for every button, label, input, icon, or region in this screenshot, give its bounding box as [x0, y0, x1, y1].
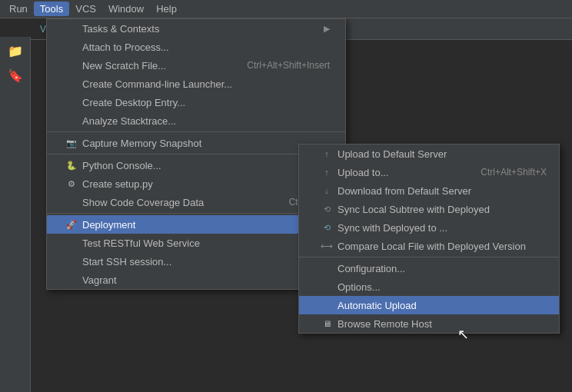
deployment-submenu: ↑ Upload to Default Server ↑ Upload to..… — [298, 144, 560, 334]
menu-item-attach[interactable]: Attach to Process... — [47, 38, 345, 56]
deploy-item-options[interactable]: Options... — [299, 277, 559, 296]
deploy-separator-1 — [299, 257, 559, 257]
deploy-item-download[interactable]: ↓ Download from Default Server — [299, 181, 559, 200]
scratch-icon — [65, 59, 78, 71]
python-icon: 🐍 — [65, 159, 78, 171]
options-icon — [321, 281, 333, 293]
deploy-item-upload-default[interactable]: ↑ Upload to Default Server — [299, 145, 559, 163]
deploy-item-sync-local[interactable]: ⟲ Sync Local Subtree with Deployed — [299, 200, 559, 218]
config-icon — [321, 262, 333, 274]
camera-icon: 📷 — [65, 137, 78, 149]
submenu-arrow: ▶ — [324, 24, 330, 34]
deploy-item-browse-remote[interactable]: 🖥 Browse Remote Host — [299, 314, 559, 333]
tab-icon: V — [40, 24, 46, 35]
scratch-shortcut: Ctrl+Alt+Shift+Insert — [247, 60, 330, 71]
vagrant-icon — [65, 274, 78, 286]
desktop-icon — [65, 96, 78, 108]
stacktrace-icon — [65, 115, 78, 127]
sync-local-icon: ⟲ — [321, 203, 333, 215]
editor-area: 📁 🔖 V Vagrantfile × 3 rwarded_port, gues… — [0, 18, 572, 392]
sync-deployed-icon: ⟲ — [321, 221, 333, 234]
compare-icon: ⟷ — [321, 240, 333, 252]
ssh-icon — [65, 255, 78, 267]
menu-bar: Run Tools VCS Window Help — [0, 0, 572, 18]
menu-item-scratch[interactable]: New Scratch File... Ctrl+Alt+Shift+Inser… — [47, 56, 345, 75]
coverage-icon — [65, 196, 78, 208]
menu-help[interactable]: Help — [150, 2, 183, 16]
attach-icon — [65, 41, 78, 53]
menu-tools[interactable]: Tools — [34, 2, 69, 16]
cli-icon — [65, 78, 78, 90]
tasks-icon — [65, 22, 78, 35]
deploy-item-auto-upload[interactable]: Automatic Upload — [299, 296, 559, 314]
restful-icon — [65, 237, 78, 249]
sidebar-bookmark-icon[interactable]: 🔖 — [5, 65, 26, 86]
setup-icon: ⚙ — [65, 178, 78, 190]
deploy-item-upload-to[interactable]: ↑ Upload to... Ctrl+Alt+Shift+X — [299, 163, 559, 181]
download-icon: ↓ — [321, 184, 333, 197]
menu-item-stacktrace[interactable]: Analyze Stacktrace... — [47, 111, 345, 130]
separator-1 — [47, 131, 345, 132]
upload-default-icon: ↑ — [321, 148, 333, 160]
menu-run[interactable]: Run — [3, 2, 34, 16]
sidebar-project-icon[interactable]: 📁 — [5, 40, 26, 61]
menu-window[interactable]: Window — [102, 2, 150, 16]
menu-item-cli-launcher[interactable]: Create Command-line Launcher... — [47, 75, 345, 93]
deploy-item-compare[interactable]: ⟷ Compare Local File with Deployed Versi… — [299, 237, 559, 255]
menu-item-desktop-entry[interactable]: Create Desktop Entry... — [47, 93, 345, 111]
deploy-item-sync-deployed[interactable]: ⟲ Sync with Deployed to ... — [299, 218, 559, 237]
deploy-item-configuration[interactable]: Configuration... — [299, 259, 559, 277]
browse-remote-icon: 🖥 — [321, 317, 333, 330]
menu-item-tasks[interactable]: Tasks & Contexts ▶ — [47, 19, 345, 38]
upload-to-shortcut: Ctrl+Alt+Shift+X — [481, 167, 547, 178]
menu-vcs[interactable]: VCS — [69, 2, 102, 16]
sidebar: 📁 🔖 — [0, 37, 31, 392]
upload-to-icon: ↑ — [321, 166, 333, 178]
auto-upload-icon — [321, 299, 333, 311]
deployment-icon: 🚀 — [65, 218, 78, 231]
